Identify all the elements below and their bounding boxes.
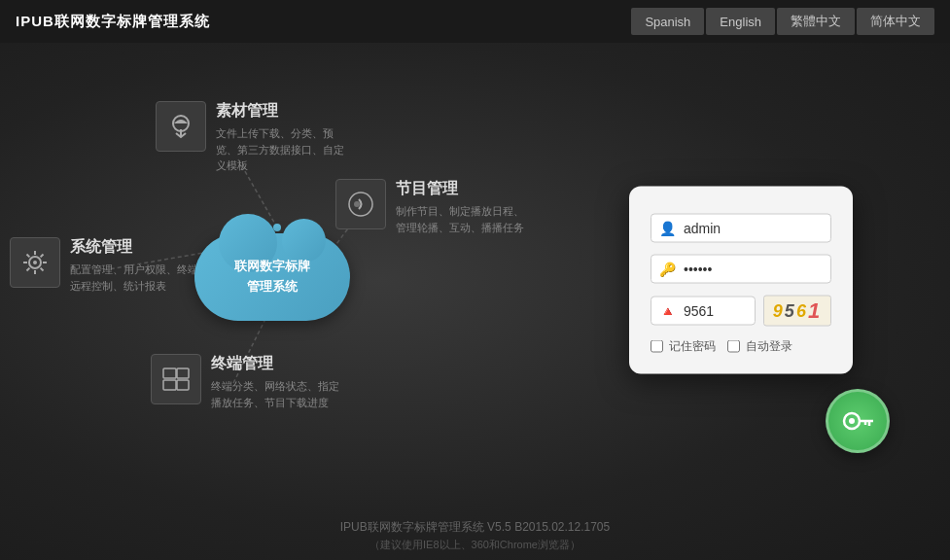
node-material: 素材管理 文件上传下载、分类、预览、第三方数据接口、自定义模板 bbox=[156, 101, 352, 174]
svg-point-11 bbox=[33, 261, 37, 264]
password-field-wrapper: 🔑 bbox=[651, 255, 831, 284]
node-system: 系统管理 配置管理、用户权限、终端远程控制、统计报表 bbox=[10, 237, 206, 294]
footer: IPUB联网数字标牌管理系统 V5.5 B2015.02.12.1705 （建议… bbox=[0, 511, 950, 560]
svg-line-16 bbox=[27, 255, 30, 258]
svg-line-19 bbox=[27, 268, 30, 271]
remember-label: 记住密码 bbox=[669, 338, 716, 355]
lang-traditional-button[interactable]: 繁體中文 bbox=[777, 8, 855, 35]
captcha-field-wrapper: 🔺 bbox=[651, 297, 756, 326]
captcha-icon: 🔺 bbox=[659, 303, 676, 319]
cloud-center: 联网数字标牌 管理系统 bbox=[194, 233, 350, 321]
language-selector: Spanish English 繁體中文 简体中文 bbox=[631, 8, 934, 35]
auto-login-label: 自动登录 bbox=[746, 338, 792, 355]
material-desc: 文件上传下载、分类、预览、第三方数据接口、自定义模板 bbox=[216, 125, 352, 174]
user-icon: 👤 bbox=[659, 221, 676, 236]
captcha-input[interactable] bbox=[684, 303, 742, 319]
svg-rect-22 bbox=[163, 368, 176, 378]
svg-rect-25 bbox=[177, 380, 189, 390]
cloud-line1: 联网数字标牌 bbox=[234, 257, 310, 277]
svg-line-17 bbox=[41, 268, 44, 271]
captcha-image[interactable]: 9561 bbox=[763, 296, 831, 327]
auto-login-checkbox[interactable] bbox=[727, 340, 740, 353]
terminal-icon bbox=[151, 354, 201, 404]
svg-rect-23 bbox=[177, 368, 189, 378]
program-title: 节目管理 bbox=[396, 179, 532, 199]
username-input[interactable] bbox=[684, 221, 823, 236]
node-program: 节目管理 制作节目、制定播放日程、管理轮播、互动、播播任务 bbox=[335, 179, 532, 235]
login-panel: 👤 🔑 🔺 9561 记住密码 自动登录 bbox=[629, 187, 853, 374]
material-title: 素材管理 bbox=[216, 101, 352, 122]
captcha-row: 🔺 9561 bbox=[651, 296, 831, 327]
system-title: 系统管理 bbox=[70, 237, 206, 258]
remember-checkbox[interactable] bbox=[651, 340, 663, 353]
password-input[interactable] bbox=[684, 262, 823, 277]
node-terminal: 终端管理 终端分类、网络状态、指定播放任务、节目下载进度 bbox=[151, 354, 347, 410]
svg-line-18 bbox=[41, 255, 44, 258]
system-icon bbox=[10, 237, 60, 288]
svg-point-27 bbox=[849, 418, 855, 424]
program-desc: 制作节目、制定播放日程、管理轮播、互动、播播任务 bbox=[396, 203, 532, 235]
topbar: IPUB联网数字标牌管理系统 Spanish English 繁體中文 简体中文 bbox=[0, 0, 950, 43]
cloud-line2: 管理系统 bbox=[247, 277, 298, 298]
footer-line1: IPUB联网数字标牌管理系统 V5.5 B2015.02.12.1705 bbox=[340, 519, 610, 536]
app-title: IPUB联网数字标牌管理系统 bbox=[16, 13, 210, 31]
cloud-node: 联网数字标牌 管理系统 bbox=[194, 233, 350, 321]
system-desc: 配置管理、用户权限、终端远程控制、统计报表 bbox=[70, 262, 206, 294]
terminal-desc: 终端分类、网络状态、指定播放任务、节目下载进度 bbox=[211, 378, 347, 410]
program-icon bbox=[335, 179, 386, 229]
username-field-wrapper: 👤 bbox=[651, 214, 831, 243]
footer-line2: （建议使用IE8以上、360和Chrome浏览器） bbox=[369, 538, 581, 552]
lang-spanish-button[interactable]: Spanish bbox=[631, 8, 704, 35]
material-icon bbox=[156, 101, 206, 152]
password-icon: 🔑 bbox=[659, 262, 676, 277]
login-button[interactable] bbox=[826, 389, 890, 453]
lang-english-button[interactable]: English bbox=[706, 8, 775, 35]
remember-row: 记住密码 自动登录 bbox=[651, 338, 831, 355]
svg-point-21 bbox=[354, 201, 360, 207]
terminal-title: 终端管理 bbox=[211, 354, 347, 374]
lang-simplified-button[interactable]: 简体中文 bbox=[857, 8, 934, 35]
svg-rect-24 bbox=[163, 380, 176, 390]
